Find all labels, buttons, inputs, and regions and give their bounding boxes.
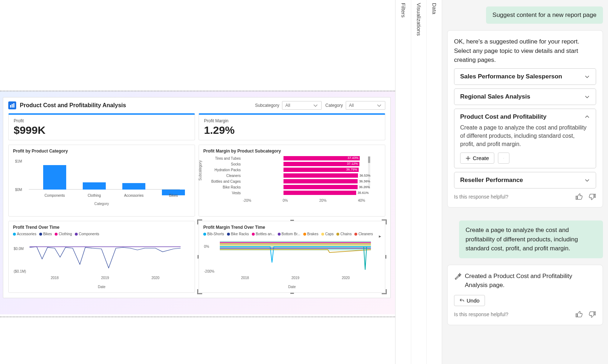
hbar-bar[interactable]: 37.43% bbox=[283, 156, 360, 160]
selection-handle[interactable] bbox=[198, 255, 199, 259]
svg-rect-2 bbox=[13, 103, 14, 108]
assistant-intro: OK, here's a suggested outline for your … bbox=[454, 37, 596, 65]
legend-item[interactable]: Chains bbox=[336, 232, 351, 236]
slicer-category[interactable]: Category All bbox=[325, 101, 385, 110]
legend-item[interactable]: Clothing bbox=[55, 232, 72, 236]
outline-item-sales-performance[interactable]: Sales Performance by Salesperson bbox=[454, 68, 596, 85]
x-axis: 2018 2019 2020 bbox=[30, 276, 181, 280]
hbar-bar[interactable] bbox=[283, 173, 358, 178]
hbar-row[interactable]: Tires and Tubes37.43% bbox=[243, 156, 360, 161]
legend-item[interactable]: Bottles an... bbox=[252, 232, 275, 236]
selection-handle[interactable] bbox=[385, 255, 386, 259]
y-tick: $0M bbox=[15, 188, 22, 192]
legend-dot-icon bbox=[75, 233, 78, 236]
report-page[interactable]: Product Cost and Profitability Analysis … bbox=[3, 97, 391, 298]
pane-data[interactable]: Data bbox=[426, 0, 442, 364]
created-text: Created a Product Cost and Profitability… bbox=[465, 272, 596, 290]
kpi-value: 1.29% bbox=[204, 124, 380, 136]
undo-icon bbox=[459, 298, 464, 303]
legend-item[interactable]: Brakes bbox=[303, 232, 318, 236]
chevron-down-icon bbox=[313, 103, 318, 108]
legend-item[interactable]: Caps bbox=[321, 232, 334, 236]
hbar-row[interactable]: Bottles and Cages36.36% bbox=[243, 179, 370, 184]
legend-item[interactable]: Bib-Shorts bbox=[203, 232, 224, 236]
hbar-bar[interactable] bbox=[283, 179, 358, 183]
thumbs-up-icon[interactable] bbox=[575, 310, 583, 318]
y-tick: $1M bbox=[15, 159, 22, 163]
hbar-row[interactable]: Bike Racks36.26% bbox=[243, 185, 370, 190]
report-canvas[interactable]: Product Cost and Profitability Analysis … bbox=[0, 0, 395, 364]
slicer-subcategory[interactable]: Subcategory All bbox=[255, 101, 322, 110]
hbar-value: 35.61% bbox=[358, 191, 369, 195]
selection-handle[interactable] bbox=[197, 219, 202, 224]
hbar-label: Bottles and Cages bbox=[203, 179, 241, 183]
legend-dot-icon bbox=[321, 233, 324, 236]
kpi-card-profit[interactable]: Profit $999K bbox=[8, 113, 195, 140]
legend-scroll-right-icon[interactable]: ▸ bbox=[379, 233, 381, 239]
undo-button[interactable]: Undo bbox=[454, 295, 485, 306]
bar-accessories[interactable] bbox=[122, 183, 145, 190]
selection-handle[interactable] bbox=[382, 289, 387, 294]
hbar-row[interactable]: Hydration Packs36.79% bbox=[243, 167, 359, 172]
legend-dot-icon bbox=[227, 233, 230, 236]
hbar-bar[interactable] bbox=[283, 191, 356, 195]
legend-item[interactable]: Components bbox=[75, 232, 99, 236]
legend-dot-icon bbox=[203, 233, 206, 236]
user-message: Create a page to analyze the cost and pr… bbox=[459, 220, 603, 258]
thumbs-down-icon[interactable] bbox=[588, 310, 596, 318]
edit-button[interactable] bbox=[498, 153, 509, 164]
legend-item[interactable]: Cleaners bbox=[354, 232, 373, 236]
y-tick: -200% bbox=[204, 269, 214, 273]
chart-title: Profit Margin Trend Over Time bbox=[203, 225, 381, 230]
selection-handle[interactable] bbox=[290, 220, 294, 221]
slicer-label: Subcategory bbox=[255, 103, 279, 108]
legend-dot-icon bbox=[13, 233, 16, 236]
hbar-row[interactable]: Socks37.12% bbox=[243, 161, 359, 167]
create-button[interactable]: Create bbox=[460, 153, 494, 164]
chart-margin-trend[interactable]: Profit Margin Trend Over Time Bib-Shorts… bbox=[199, 221, 385, 293]
x-axis-label: Date bbox=[203, 285, 381, 289]
hbar-row[interactable]: Cleaners36.53% bbox=[243, 173, 371, 178]
kpi-card-profit-margin[interactable]: Profit Margin 1.29% bbox=[199, 113, 385, 140]
feedback-label: Is this response helpful? bbox=[454, 194, 508, 200]
chart-title: Profit by Product Category bbox=[13, 149, 190, 154]
legend-item[interactable]: Bikes bbox=[39, 232, 52, 236]
selection-handle[interactable] bbox=[382, 219, 387, 224]
legend-item[interactable]: Accessories bbox=[13, 232, 36, 236]
chevron-down-icon bbox=[376, 103, 382, 108]
pane-visualizations[interactable]: Visualizations bbox=[411, 0, 426, 364]
legend-item[interactable]: Bottom Br... bbox=[278, 232, 300, 236]
scrollbar-thumb[interactable] bbox=[368, 156, 370, 163]
chart-profit-by-category[interactable]: Profit by Product Category $1M $0M Compo… bbox=[8, 145, 195, 217]
pane-filters[interactable]: Filters bbox=[395, 0, 411, 364]
hbar-row[interactable]: Vests35.61% bbox=[243, 190, 369, 195]
selection-handle[interactable] bbox=[197, 289, 202, 294]
thumbs-down-icon[interactable] bbox=[588, 193, 596, 201]
selection-handle[interactable] bbox=[290, 293, 294, 294]
assistant-message: OK, here's a suggested outline for your … bbox=[447, 30, 603, 208]
outline-item-regional-sales[interactable]: Regional Sales Analysis bbox=[454, 88, 596, 105]
thumbs-up-icon[interactable] bbox=[575, 193, 583, 201]
copilot-chat-panel[interactable]: Suggest content for a new report page OK… bbox=[442, 0, 608, 364]
svg-rect-0 bbox=[10, 105, 11, 108]
hbar-value: 36.36% bbox=[359, 179, 370, 183]
assistant-message: Created a Product Cost and Profitability… bbox=[447, 265, 603, 325]
x-tick: Components bbox=[37, 194, 73, 197]
hbar-value: 36.26% bbox=[359, 185, 370, 189]
hbar-bar[interactable] bbox=[283, 185, 357, 189]
chevron-up-icon bbox=[584, 114, 590, 120]
kpi-label: Profit bbox=[14, 118, 190, 123]
outline-item-reseller-performance[interactable]: Reseller Performance bbox=[454, 172, 596, 188]
hbar-bar[interactable]: 36.79% bbox=[283, 168, 358, 172]
y-tick: ($0.1M) bbox=[14, 269, 26, 273]
bar-components[interactable] bbox=[43, 165, 66, 190]
chart-margin-by-subcategory[interactable]: Profit Margin by Product Subcategory Sub… bbox=[199, 145, 385, 217]
chart-profit-trend[interactable]: Profit Trend Over Time AccessoriesBikesC… bbox=[8, 221, 195, 293]
x-tick: Accessories bbox=[116, 194, 152, 197]
outline-item-product-cost[interactable]: Product Cost and Profitability Create a … bbox=[454, 109, 596, 169]
scrollbar[interactable] bbox=[368, 156, 370, 189]
hbar-label: Vests bbox=[203, 191, 241, 195]
hbar-bar[interactable]: 37.12% bbox=[283, 162, 359, 166]
bar-clothing[interactable] bbox=[83, 182, 106, 190]
legend-item[interactable]: Bike Racks bbox=[227, 232, 249, 236]
